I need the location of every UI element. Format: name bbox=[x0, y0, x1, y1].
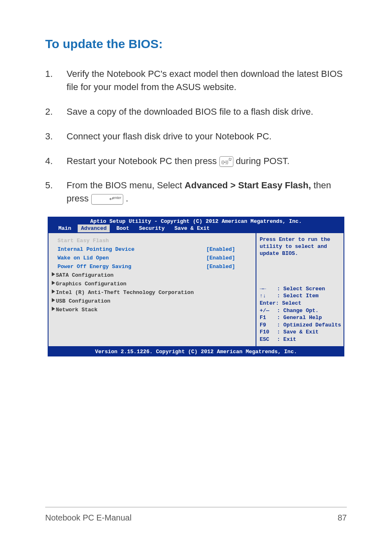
bios-item-network-stack: Network Stack bbox=[51, 305, 251, 314]
step-4: 4. Restart your Notebook PC then press (… bbox=[45, 155, 347, 168]
step-body: Save a copy of the downloaded BIOS file … bbox=[67, 105, 347, 118]
bios-item-label: Graphics Configuration bbox=[56, 281, 251, 287]
bios-item-power-off: Power Off Energy Saving [Enabled] bbox=[51, 262, 251, 271]
wifi-icon: ((•)) bbox=[221, 160, 228, 166]
step-text: From the BIOS menu, Select bbox=[67, 180, 184, 190]
bios-item-anti-theft: Intel (R) Anti-Theft Technology Corporat… bbox=[51, 288, 251, 297]
step-num: 2. bbox=[45, 105, 67, 118]
return-arrow-icon: ↵ bbox=[109, 195, 114, 203]
footer-title: Notebook PC E-Manual bbox=[45, 513, 131, 523]
step-text: Restart your Notebook PC then press bbox=[67, 156, 219, 166]
bios-item-sata-config: SATA Configuration bbox=[51, 271, 251, 280]
step-num: 1. bbox=[45, 67, 67, 94]
bios-item-value: [Enabled] bbox=[206, 246, 251, 252]
bios-item-label: Internal Pointing Device bbox=[58, 246, 206, 252]
bios-tab-boot: Boot bbox=[113, 224, 132, 232]
step-text-bold: Advanced > Start Easy Flash, bbox=[184, 180, 311, 190]
bios-item-value bbox=[206, 238, 251, 244]
bios-tab-main: Main bbox=[55, 224, 74, 232]
hint-enter-select: Enter: Select bbox=[260, 300, 342, 307]
bios-key-hints: →←: Select Screen ↑↓: Select Item Enter:… bbox=[260, 285, 342, 343]
step-5: 5. From the BIOS menu, Select Advanced >… bbox=[45, 179, 347, 205]
key-label: enter bbox=[113, 195, 121, 201]
step-3: 3. Connect your flash disk drive to your… bbox=[45, 130, 347, 143]
bios-item-label: SATA Configuration bbox=[56, 272, 251, 278]
bios-footer: Version 2.15.1226. Copyright (C) 2012 Am… bbox=[48, 347, 344, 356]
bios-item-label: Network Stack bbox=[56, 307, 251, 313]
bios-help-text: Press Enter to run the utility to select… bbox=[260, 236, 342, 285]
hint-general-help: F1: General Help bbox=[260, 314, 342, 322]
bios-item-label: Intel (R) Anti-Theft Technology Corporat… bbox=[56, 289, 251, 296]
bios-item-label: Start Easy Flash bbox=[58, 238, 206, 244]
bios-header: Aptio Setup Utility - Copyright (C) 2012… bbox=[48, 217, 344, 233]
bios-tabs: Main Advanced Boot Security Save & Exit bbox=[48, 224, 344, 232]
bios-item-label: Wake on Lid Open bbox=[58, 255, 206, 261]
page-footer: Notebook PC E-Manual 87 bbox=[45, 507, 347, 523]
bios-right-panel: Press Enter to run the utility to select… bbox=[256, 233, 344, 346]
bios-left-panel: Start Easy Flash Internal Pointing Devic… bbox=[48, 233, 256, 346]
bios-item-wake-lid: Wake on Lid Open [Enabled] bbox=[51, 254, 251, 262]
step-body: Restart your Notebook PC then press ((•)… bbox=[67, 155, 347, 168]
bios-item-value: [Enabled] bbox=[206, 255, 251, 261]
step-num: 3. bbox=[45, 130, 67, 143]
bios-item-value: [Enabled] bbox=[206, 264, 251, 270]
bios-item-graphics-config: Graphics Configuration bbox=[51, 280, 251, 288]
bios-title: Aptio Setup Utility - Copyright (C) 2012… bbox=[48, 218, 344, 224]
bios-item-label: Power Off Energy Saving bbox=[58, 264, 206, 270]
hint-exit: ESC: Exit bbox=[260, 336, 342, 343]
hint-save-exit: F10: Save & Exit bbox=[260, 329, 342, 336]
step-text: during POST. bbox=[236, 156, 290, 166]
hint-select-screen: →←: Select Screen bbox=[260, 285, 342, 293]
bios-body: Start Easy Flash Internal Pointing Devic… bbox=[48, 233, 344, 347]
bios-tab-save: Save & Exit bbox=[171, 224, 213, 232]
step-num: 4. bbox=[45, 155, 67, 168]
step-body: From the BIOS menu, Select Advanced > St… bbox=[67, 179, 347, 205]
enter-key-icon: enter ↵ bbox=[91, 194, 123, 205]
bios-item-start-easy-flash: Start Easy Flash bbox=[51, 236, 251, 245]
key-label: f2 bbox=[228, 157, 232, 162]
steps-list: 1. Verify the Notebook PC's exact model … bbox=[45, 67, 347, 205]
bios-item-usb-config: USB Configuration bbox=[51, 297, 251, 305]
step-body: Verify the Notebook PC's exact model the… bbox=[67, 67, 347, 94]
bios-item-pointing-device: Internal Pointing Device [Enabled] bbox=[51, 245, 251, 254]
bios-tab-advanced: Advanced bbox=[78, 224, 110, 232]
heading-update-bios: To update the BIOS: bbox=[45, 37, 347, 51]
step-1: 1. Verify the Notebook PC's exact model … bbox=[45, 67, 347, 94]
bios-tab-security: Security bbox=[136, 224, 168, 232]
f2-key-icon: ((•)) f2 bbox=[219, 156, 233, 167]
bios-item-label: USB Configuration bbox=[56, 298, 251, 304]
hint-optimized-defaults: F9: Optimized Defaults bbox=[260, 322, 342, 329]
hint-select-item: ↑↓: Select Item bbox=[260, 292, 342, 300]
step-body: Connect your flash disk drive to your No… bbox=[67, 130, 347, 143]
step-text: . bbox=[126, 193, 128, 204]
step-num: 5. bbox=[45, 179, 67, 205]
page-number: 87 bbox=[338, 513, 347, 523]
hint-change-opt: +/—: Change Opt. bbox=[260, 307, 342, 315]
bios-screenshot: Aptio Setup Utility - Copyright (C) 2012… bbox=[48, 217, 344, 356]
step-2: 2. Save a copy of the downloaded BIOS fi… bbox=[45, 105, 347, 118]
